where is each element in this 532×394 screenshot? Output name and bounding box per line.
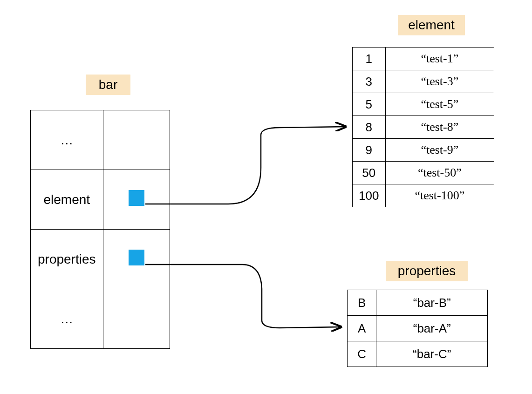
element-value: “test-50”	[385, 162, 494, 184]
bar-val	[103, 110, 170, 170]
arrow-to-element	[145, 127, 346, 204]
element-label: element	[398, 15, 465, 35]
table-row: 5“test-5”	[353, 93, 494, 116]
element-value: “test-9”	[385, 139, 494, 162]
properties-key: C	[348, 341, 376, 367]
table-row: 9“test-9”	[353, 139, 494, 162]
table-row: 100“test-100”	[353, 184, 494, 207]
properties-table: B“bar-B”A“bar-A”C“bar-C”	[347, 290, 488, 367]
element-key: 100	[353, 184, 386, 207]
bar-key: …	[31, 110, 103, 170]
table-row: 50“test-50”	[353, 162, 494, 184]
bar-table: … element properties …	[30, 110, 170, 349]
bar-key: properties	[31, 230, 103, 289]
element-value: “test-8”	[385, 116, 494, 139]
element-value: “test-1”	[385, 48, 494, 70]
table-row: C“bar-C”	[348, 341, 488, 367]
table-row: 8“test-8”	[353, 116, 494, 139]
bar-row: element	[31, 170, 170, 230]
properties-value: “bar-B”	[376, 290, 488, 316]
bar-key: …	[31, 289, 103, 349]
properties-label: properties	[386, 261, 468, 281]
properties-value: “bar-C”	[376, 341, 488, 367]
bar-row: …	[31, 289, 170, 349]
table-row: 3“test-3”	[353, 70, 494, 93]
bar-key: element	[31, 170, 103, 230]
arrow-to-properties	[145, 265, 341, 328]
element-key: 50	[353, 162, 386, 184]
bar-row: …	[31, 110, 170, 170]
bar-row: properties	[31, 230, 170, 289]
properties-value: “bar-A”	[376, 316, 488, 341]
element-key: 1	[353, 48, 386, 70]
bar-label: bar	[86, 75, 130, 95]
element-value: “test-100”	[385, 184, 494, 207]
bar-val-ref	[103, 170, 170, 230]
element-key: 3	[353, 70, 386, 93]
bar-val-ref	[103, 230, 170, 289]
bar-val	[103, 289, 170, 349]
diagram-canvas: bar element properties … element propert…	[0, 0, 532, 394]
table-row: B“bar-B”	[348, 290, 488, 316]
table-row: A“bar-A”	[348, 316, 488, 341]
element-value: “test-3”	[385, 70, 494, 93]
element-table: 1“test-1”3“test-3”5“test-5”8“test-8”9“te…	[352, 47, 494, 207]
table-row: 1“test-1”	[353, 48, 494, 70]
reference-marker-icon	[129, 250, 144, 265]
element-key: 8	[353, 116, 386, 139]
properties-key: A	[348, 316, 376, 341]
reference-marker-icon	[129, 190, 144, 206]
element-value: “test-5”	[385, 93, 494, 116]
properties-key: B	[348, 290, 376, 316]
element-key: 9	[353, 139, 386, 162]
element-key: 5	[353, 93, 386, 116]
